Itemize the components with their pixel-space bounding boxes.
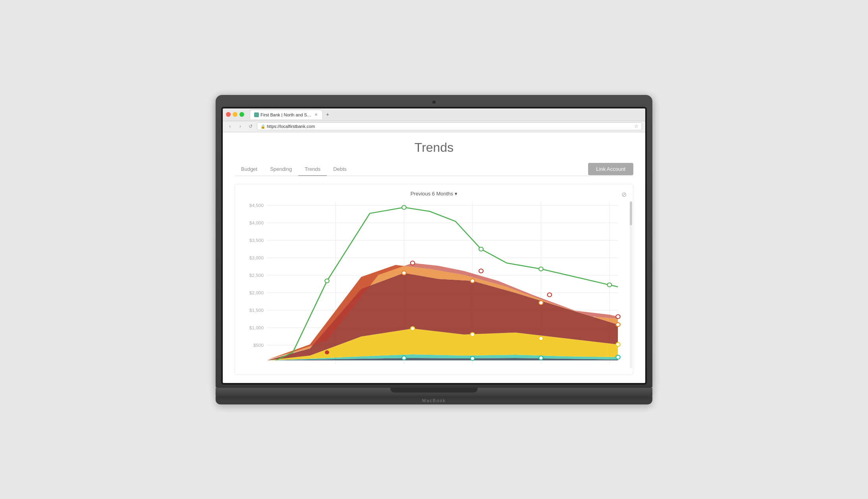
camera (432, 101, 436, 104)
laptop-hinge-notch (390, 388, 478, 393)
link-account-button[interactable]: Link Account (588, 163, 633, 175)
macbook-label: MacBook (422, 398, 446, 403)
svg-point-40 (539, 337, 543, 340)
chart-options-icon[interactable]: ⊘ (621, 191, 627, 198)
browser-addressbar: ‹ › ↺ 🔒 https://localfirstbank.com ☆ (223, 121, 645, 132)
svg-point-42 (402, 356, 406, 360)
forward-button[interactable]: › (236, 122, 244, 130)
chart-scrollbar[interactable] (630, 201, 632, 368)
tab-close-icon[interactable]: ✕ (314, 112, 318, 117)
svg-point-28 (539, 267, 543, 271)
tab-bar: First Bank | North and South C ✕ + (250, 110, 642, 119)
nav-tabs: Budget Spending Trends Debts Link Accoun… (235, 163, 633, 176)
browser-tab[interactable]: First Bank | North and South C ✕ (250, 110, 323, 119)
svg-point-25 (325, 279, 329, 283)
svg-point-33 (616, 315, 620, 319)
browser-titlebar: First Bank | North and South C ✕ + (223, 108, 645, 121)
svg-text:$4,000: $4,000 (249, 220, 264, 225)
maximize-button[interactable] (239, 112, 244, 117)
back-button[interactable]: ‹ (226, 122, 234, 130)
tab-title: First Bank | North and South C (260, 112, 312, 117)
svg-text:$1,000: $1,000 (249, 325, 264, 330)
chart-svg: $4,500 $4,000 $3,500 $3,000 $2,500 $2,00… (241, 201, 627, 368)
period-label: Previous 6 Months (411, 191, 453, 197)
svg-point-46 (325, 350, 329, 354)
svg-point-30 (411, 261, 415, 265)
bookmark-icon[interactable]: ☆ (634, 124, 638, 129)
svg-text:$2,500: $2,500 (249, 273, 264, 278)
svg-point-41 (616, 342, 620, 346)
svg-point-35 (471, 279, 475, 283)
dropdown-chevron-icon: ▾ (455, 191, 457, 197)
svg-point-31 (479, 269, 483, 273)
new-tab-button[interactable]: + (324, 110, 332, 118)
chart-container: Previous 6 Months ▾ ⊘ (235, 184, 633, 375)
svg-point-43 (471, 356, 475, 360)
period-selector[interactable]: Previous 6 Months ▾ (411, 191, 458, 197)
svg-text:$1,500: $1,500 (249, 308, 264, 313)
traffic-lights (226, 112, 244, 117)
refresh-button[interactable]: ↺ (247, 122, 255, 130)
tab-trends[interactable]: Trends (298, 163, 327, 176)
close-button[interactable] (226, 112, 231, 117)
svg-point-36 (539, 301, 543, 305)
svg-point-38 (411, 327, 415, 331)
svg-point-39 (471, 333, 475, 337)
minimize-button[interactable] (233, 112, 237, 117)
svg-text:$3,000: $3,000 (249, 255, 264, 260)
svg-point-26 (402, 205, 406, 209)
chart-area: $4,500 $4,000 $3,500 $3,000 $2,500 $2,00… (241, 201, 627, 368)
laptop-base (216, 388, 652, 396)
lock-icon: 🔒 (260, 124, 265, 129)
laptop-lid: First Bank | North and South C ✕ + ‹ › ↺… (216, 95, 652, 388)
tab-debts[interactable]: Debts (327, 163, 353, 176)
chart-header: Previous 6 Months ▾ ⊘ (241, 191, 627, 197)
svg-point-44 (539, 356, 543, 360)
page-content: Trends Budget Spending Trends Debts Link… (223, 132, 645, 383)
svg-point-29 (608, 283, 612, 287)
svg-text:$2,000: $2,000 (249, 290, 264, 295)
svg-text:$500: $500 (253, 343, 264, 348)
laptop-screen: First Bank | North and South C ✕ + ‹ › ↺… (223, 108, 645, 383)
svg-point-37 (616, 323, 620, 327)
screen-bezel: First Bank | North and South C ✕ + ‹ › ↺… (221, 107, 647, 385)
svg-point-34 (402, 271, 406, 275)
laptop-foot: MacBook (216, 396, 652, 404)
page-title: Trends (235, 140, 633, 155)
tab-spending[interactable]: Spending (264, 163, 298, 176)
chart-scrollbar-thumb[interactable] (630, 201, 632, 225)
tab-budget[interactable]: Budget (235, 163, 264, 176)
tab-favicon (254, 112, 259, 117)
laptop-frame: First Bank | North and South C ✕ + ‹ › ↺… (216, 95, 652, 404)
url-text: https://localfirstbank.com (267, 124, 315, 129)
svg-text:$3,500: $3,500 (249, 238, 264, 243)
svg-point-27 (479, 247, 483, 251)
svg-text:$4,500: $4,500 (249, 203, 264, 208)
svg-point-45 (616, 355, 620, 359)
address-bar[interactable]: 🔒 https://localfirstbank.com ☆ (257, 122, 642, 130)
svg-point-32 (548, 293, 552, 297)
